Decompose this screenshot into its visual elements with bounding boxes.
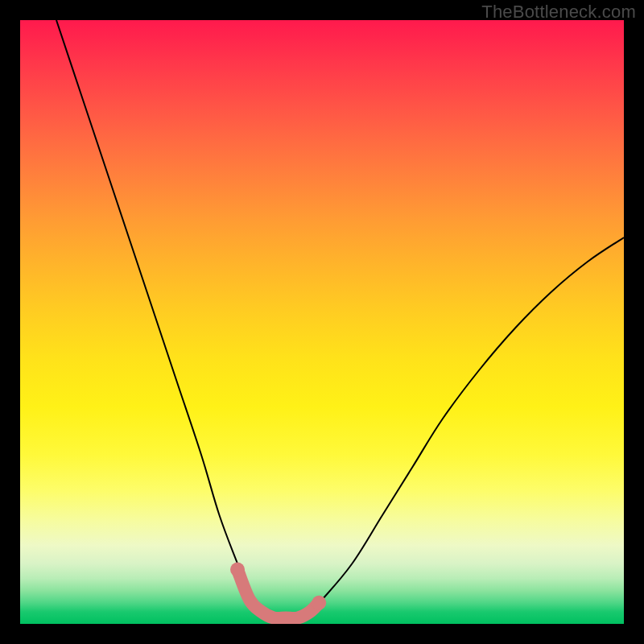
chart-frame: TheBottleneck.com bbox=[0, 0, 644, 644]
chart-svg bbox=[20, 20, 624, 624]
watermark-text: TheBottleneck.com bbox=[481, 2, 636, 23]
plot-area bbox=[20, 20, 624, 624]
highlight-dot bbox=[312, 596, 326, 610]
highlight-pink bbox=[237, 570, 319, 619]
highlight-dot bbox=[230, 563, 245, 577]
bottleneck-curve bbox=[56, 20, 624, 618]
